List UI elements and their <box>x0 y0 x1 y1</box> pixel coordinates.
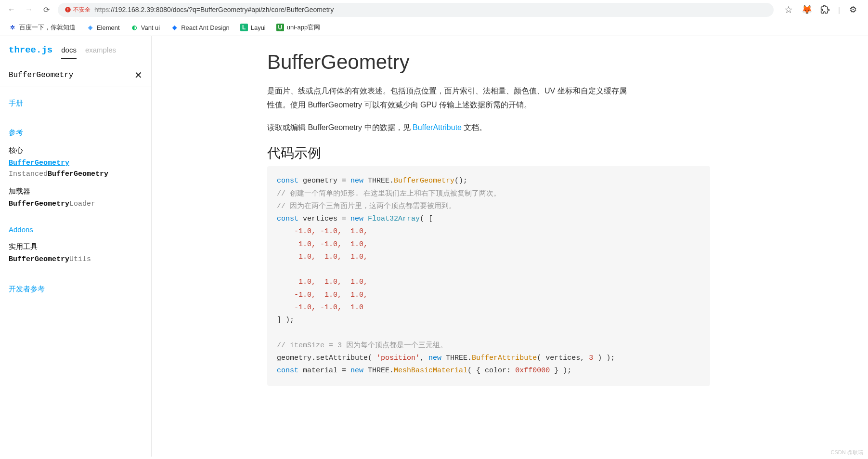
url-text: https://192.168.2.39:8080/docs/?q=Buffer… <box>94 6 334 13</box>
forward-button[interactable]: → <box>23 4 35 15</box>
intro-para-1: 是面片、线或点几何体的有效表述。包括顶点位置，面片索引、法相量、颜色值、UV 坐… <box>267 84 633 112</box>
not-secure-label: 不安全 <box>73 6 91 14</box>
bookmark-uniapp[interactable]: Uuni-app官网 <box>276 23 320 32</box>
star-icon[interactable]: ☆ <box>783 4 794 15</box>
settings-icon[interactable]: ⚙ <box>848 4 858 15</box>
nav-subhead-loaders: 加载器 <box>9 187 143 196</box>
code-example-heading: 代码示例 <box>267 144 839 162</box>
svg-rect-2 <box>67 11 68 11</box>
warning-icon <box>65 6 71 13</box>
sidebar-header: three.js docs examples <box>0 43 151 64</box>
watermark: CSDN @耿瑞 <box>831 449 863 456</box>
bookmarks-bar: ✲百度一下，你就知道 ◈Element ◐Vant ui ◆React Ant … <box>0 19 868 36</box>
not-secure-badge: 不安全 <box>65 6 91 14</box>
nav-section-dev[interactable]: 开发者参考 <box>9 285 143 294</box>
sidebar: three.js docs examples ✕ 手册 参考 核心 Buffer… <box>0 36 152 457</box>
nav-item-loader[interactable]: BufferGeometryLoader <box>9 200 143 208</box>
nav-subhead-utils: 实用工具 <box>9 242 143 251</box>
page: three.js docs examples ✕ 手册 参考 核心 Buffer… <box>0 36 868 457</box>
search-input[interactable] <box>9 71 134 79</box>
bookmark-baidu[interactable]: ✲百度一下，你就知道 <box>9 23 76 32</box>
bookmark-vant[interactable]: ◐Vant ui <box>130 24 160 31</box>
nav-item-instanced[interactable]: InstancedBufferGeometry <box>9 170 143 178</box>
nav: 手册 参考 核心 BufferGeometry InstancedBufferG… <box>0 87 151 457</box>
back-button[interactable]: ← <box>6 4 17 15</box>
bookmark-element[interactable]: ◈Element <box>86 24 120 31</box>
tab-docs[interactable]: docs <box>61 46 77 59</box>
url-bar[interactable]: 不安全 https://192.168.2.39:8080/docs/?q=Bu… <box>58 3 774 17</box>
svg-rect-1 <box>67 8 68 11</box>
metamask-icon[interactable]: 🦊 <box>802 4 812 15</box>
nav-section-addons[interactable]: Addons <box>9 225 143 234</box>
nav-section-reference[interactable]: 参考 <box>9 128 143 137</box>
nav-item-utils[interactable]: BufferGeometryUtils <box>9 255 143 263</box>
intro-para-2: 读取或编辑 BufferGeometry 中的数据，见 BufferAttrib… <box>267 121 633 135</box>
nav-item-buffergeometry[interactable]: BufferGeometry <box>9 159 143 167</box>
bookmark-layui[interactable]: LLayui <box>240 24 266 31</box>
nav-section-manual[interactable]: 手册 <box>9 99 143 108</box>
brand[interactable]: three.js <box>9 45 52 55</box>
toolbar-right: ☆ 🦊 | ⚙ <box>779 4 862 15</box>
bookmark-antd[interactable]: ◆React Ant Design <box>170 24 229 31</box>
nav-subhead-core: 核心 <box>9 146 143 155</box>
page-title: BufferGeometry <box>267 51 839 74</box>
tab-examples[interactable]: examples <box>85 46 116 58</box>
bufferattribute-link[interactable]: BufferAttribute <box>413 123 462 131</box>
code-block: const geometry = new THREE.BufferGeometr… <box>267 166 710 386</box>
main-content: BufferGeometry 是面片、线或点几何体的有效表述。包括顶点位置，面片… <box>152 36 868 457</box>
clear-search-button[interactable]: ✕ <box>134 69 143 81</box>
search-row: ✕ <box>0 64 151 87</box>
reload-button[interactable]: ⟳ <box>40 4 52 15</box>
browser-toolbar: ← → ⟳ 不安全 https://192.168.2.39:8080/docs… <box>0 0 868 19</box>
extensions-icon[interactable] <box>820 4 830 15</box>
